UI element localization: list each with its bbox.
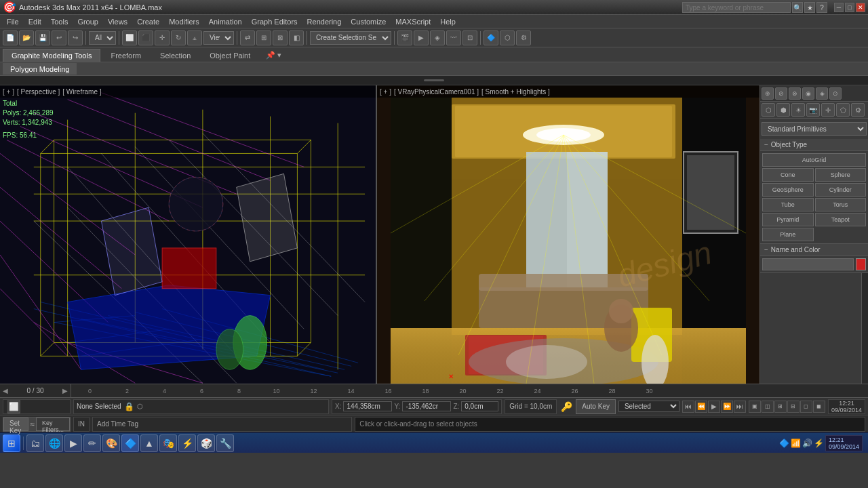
name-color-header[interactable]: − Name and Color: [760, 244, 868, 256]
timeline-scroll-right[interactable]: ▶: [62, 387, 68, 394]
anim-next-btn[interactable]: ⏩: [721, 401, 733, 413]
menu-customize[interactable]: Customize: [347, 17, 390, 26]
selection-size-icon[interactable]: ⬡: [137, 403, 143, 410]
panel-utilities-icon[interactable]: ⊙: [829, 87, 842, 100]
taskbar-hex[interactable]: 🎲: [197, 434, 215, 452]
panel-helper-btn[interactable]: ✛: [821, 103, 835, 117]
selection-set-dropdown[interactable]: Create Selection Se...: [310, 31, 391, 45]
layer-btn[interactable]: ◧: [289, 30, 304, 45]
menu-tools[interactable]: Tools: [47, 17, 73, 26]
new-scene-btn[interactable]: 📄: [3, 30, 18, 45]
tab-selection[interactable]: Selection: [151, 49, 199, 62]
tab-graphite-modeling[interactable]: Graphite Modeling Tools: [3, 49, 100, 62]
tray-clock[interactable]: 12:21 09/09/2014: [825, 435, 863, 451]
menu-graph-editors[interactable]: Graph Editors: [248, 17, 302, 26]
menu-help[interactable]: Help: [436, 17, 460, 26]
help-icon[interactable]: ?: [816, 2, 827, 13]
redo-btn[interactable]: ↪: [68, 30, 83, 45]
anim-btn5[interactable]: ◻: [800, 401, 812, 413]
right-vp-plus[interactable]: [ + ]: [380, 88, 391, 96]
panel-display-icon[interactable]: ◈: [816, 87, 828, 100]
lock-icon[interactable]: 🔒: [124, 402, 134, 411]
close-button[interactable]: ✕: [856, 3, 865, 12]
panel-hierarchy-icon[interactable]: ⊗: [789, 87, 801, 100]
panel-modify-icon[interactable]: ⊘: [775, 87, 787, 100]
scale-btn[interactable]: ⟁: [187, 30, 202, 45]
panel-cam-btn[interactable]: 📷: [806, 103, 820, 117]
extra-btn2[interactable]: ⬡: [500, 30, 515, 45]
taskbar-browser[interactable]: 🌐: [45, 434, 63, 452]
taskbar-arrow[interactable]: ▲: [140, 434, 158, 452]
material-editor-btn[interactable]: ◈: [430, 30, 445, 45]
subtab-polygon-modeling[interactable]: Polygon Modeling: [3, 63, 77, 75]
anim-end-btn[interactable]: ⏭: [734, 401, 746, 413]
right-vp-cam[interactable]: [ VRayPhysicalCamera001 ]: [394, 88, 479, 96]
mirror-btn[interactable]: ⇄: [240, 30, 255, 45]
primitives-dropdown[interactable]: Standard Primitives: [762, 122, 867, 136]
object-name-input[interactable]: [762, 258, 854, 270]
sphere-btn[interactable]: Sphere: [815, 168, 867, 182]
right-vp-mode[interactable]: [ Smooth + Highlights ]: [481, 88, 550, 96]
menu-file[interactable]: File: [3, 17, 23, 26]
taskbar-paint[interactable]: 🎨: [102, 434, 120, 452]
x-coord[interactable]: [343, 401, 392, 411]
anim-play-btn[interactable]: ▶: [708, 401, 720, 413]
left-vp-plus[interactable]: [ + ]: [3, 88, 14, 96]
menu-rendering[interactable]: Rendering: [303, 17, 346, 26]
menu-maxscript[interactable]: MAXScript: [391, 17, 435, 26]
menu-views[interactable]: Views: [104, 17, 132, 26]
curve-editor-btn[interactable]: 〰: [446, 30, 461, 45]
move-btn[interactable]: ✛: [155, 30, 170, 45]
panel-sys-btn[interactable]: ⚙: [851, 103, 865, 117]
keyfilters-btn[interactable]: Key Filters...: [36, 418, 70, 431]
search-input[interactable]: [682, 2, 791, 13]
cylinder-btn[interactable]: Cylinder: [815, 183, 867, 197]
select-region-btn[interactable]: ⬛: [138, 30, 153, 45]
render-btn[interactable]: ▶: [414, 30, 429, 45]
left-vp-wire[interactable]: [ Wireframe ]: [62, 88, 101, 96]
anim-btn3[interactable]: ⊞: [774, 401, 787, 413]
color-swatch[interactable]: [856, 258, 866, 270]
torus-btn[interactable]: Torus: [815, 198, 867, 211]
tab-extra-icon[interactable]: 📌 ▾: [260, 49, 287, 62]
panel-light-btn[interactable]: ☀: [791, 103, 805, 117]
undo-btn[interactable]: ↩: [52, 30, 66, 45]
panel-shape-btn[interactable]: ⬢: [776, 103, 790, 117]
extra-btn3[interactable]: ⚙: [516, 30, 531, 45]
snap-btn[interactable]: ⊠: [273, 30, 288, 45]
object-type-header[interactable]: − Object Type: [760, 139, 868, 151]
teapot-btn[interactable]: Teapot: [815, 213, 867, 226]
menu-animation[interactable]: Animation: [205, 17, 246, 26]
setkey-btn[interactable]: Set Key: [3, 418, 28, 431]
tube-btn[interactable]: Tube: [762, 198, 814, 211]
start-button[interactable]: ⊞: [3, 434, 20, 452]
menu-edit[interactable]: Edit: [24, 17, 45, 26]
anim-btn4[interactable]: ⊟: [787, 401, 800, 413]
taskbar-mask[interactable]: 🎭: [159, 434, 177, 452]
left-vp-persp[interactable]: [ Perspective ]: [17, 88, 60, 96]
left-viewport[interactable]: [ + ] [ Perspective ] [ Wireframe ] Tota…: [0, 85, 377, 384]
selected-dropdown[interactable]: Selected: [618, 401, 679, 412]
z-coord[interactable]: [461, 401, 498, 411]
autokey-btn[interactable]: Auto Key: [576, 399, 616, 414]
align-btn[interactable]: ⊞: [256, 30, 271, 45]
render-setup-btn[interactable]: 🎬: [397, 30, 412, 45]
add-time-tag-btn[interactable]: Add Time Tag: [97, 420, 138, 428]
filter-dropdown[interactable]: All: [89, 31, 116, 45]
search-icon[interactable]: 🔍: [792, 2, 803, 13]
menu-group[interactable]: Group: [73, 17, 102, 26]
schematic-btn[interactable]: ⊡: [462, 30, 477, 45]
anim-start-btn[interactable]: ⏮: [682, 401, 694, 413]
extra-btn1[interactable]: 🔷: [484, 30, 498, 45]
anim-btn2[interactable]: ◫: [762, 401, 774, 413]
taskbar-pencil[interactable]: ✏: [83, 434, 101, 452]
y-coord[interactable]: [402, 401, 451, 411]
panel-motion-icon[interactable]: ◉: [802, 87, 814, 100]
anim-prev-btn[interactable]: ⏪: [695, 401, 707, 413]
right-viewport[interactable]: [ + ] [ VRayPhysicalCamera001 ] [ Smooth…: [377, 85, 760, 384]
taskbar-bolt[interactable]: ⚡: [178, 434, 196, 452]
cone-btn[interactable]: Cone: [762, 168, 814, 182]
menu-create[interactable]: Create: [133, 17, 163, 26]
bookmark-icon[interactable]: ★: [804, 2, 815, 13]
menu-modifiers[interactable]: Modifiers: [165, 17, 203, 26]
